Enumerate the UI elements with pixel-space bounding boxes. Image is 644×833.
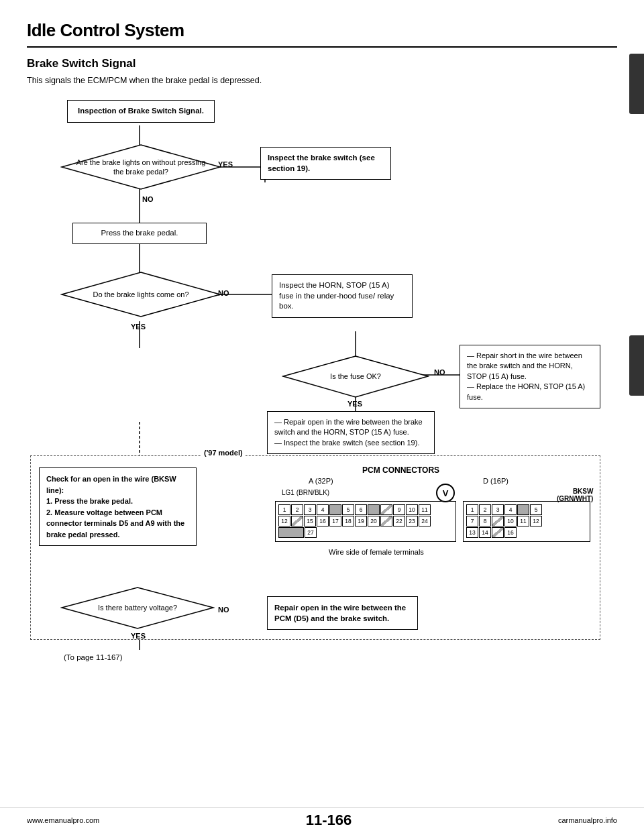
diamond-fuse-ok: Is the fuse OK? xyxy=(282,355,429,398)
lg1-label: LG1 (BRN/BLK) xyxy=(282,489,329,496)
diamond-lights-come-on: Do the brake lights come on? xyxy=(60,271,221,318)
pcm-connectors-label: PCM CONNECTORS xyxy=(362,465,439,475)
yes-label-3: YES xyxy=(347,400,362,408)
to-page-note: (To page 11-167) xyxy=(64,653,123,661)
no-label-3: NO xyxy=(434,368,445,376)
bksw-label: BKSW (GRN/WHT) xyxy=(557,488,593,502)
right-tab-1 xyxy=(629,54,644,114)
intro-text: This signals the ECM/PCM when the brake … xyxy=(27,76,617,85)
inspect-horn-fuse-box: Inspect the HORN, STOP (15 A) fuse in th… xyxy=(272,274,413,318)
page-title: Idle Control System xyxy=(27,20,617,41)
right-tab-2 xyxy=(629,335,644,396)
page-number: 11-166 xyxy=(306,812,352,829)
model97-label: ('97 model) xyxy=(201,449,246,457)
check-wire-box: Check for an open in the wire (BKSW line… xyxy=(39,467,197,546)
yes-label-4: YES xyxy=(131,632,146,640)
repair-short-box: — Repair short in the wire between the b… xyxy=(460,345,600,408)
connector-d: 1 2 3 4 5 7 8 10 11 12 1 xyxy=(463,501,590,542)
repair-open-box: — Repair open in the wire between the br… xyxy=(267,411,435,454)
carmanual-label: carmanualpro.info xyxy=(558,816,617,824)
connector-a: 1 2 3 4 5 6 9 10 11 12 15 xyxy=(275,501,456,542)
diamond-brake-lights-on: Are the brake lights on without pressing… xyxy=(60,144,221,190)
section-title: Brake Switch Signal xyxy=(27,57,617,70)
d16p-label: D (16P) xyxy=(483,477,508,485)
no-label-2: NO xyxy=(218,289,229,297)
diamond-battery-voltage: Is there battery voltage? xyxy=(60,586,215,630)
flowchart: Inspection of Brake Switch Signal. Are t… xyxy=(27,93,617,670)
no-label-1: NO xyxy=(142,195,154,203)
start-box: Inspection of Brake Switch Signal. xyxy=(67,100,215,123)
yes-label-2: YES xyxy=(131,323,146,331)
no-label-4: NO xyxy=(218,606,229,614)
inspect-brake-switch-box: Inspect the brake switch (see section 19… xyxy=(260,147,391,180)
bottom-bar: www.emanualpro.com 11-166 carmanualpro.i… xyxy=(0,807,644,833)
wire-side-label: Wire side of female terminals xyxy=(329,548,424,556)
page-container: Idle Control System Brake Switch Signal … xyxy=(0,0,644,683)
section-divider xyxy=(27,46,617,48)
website-label: www.emanualpro.com xyxy=(27,816,99,824)
press-brake-box: Press the brake pedal. xyxy=(72,223,207,244)
a32p-label: A (32P) xyxy=(309,477,333,485)
v-circle: V xyxy=(436,484,455,502)
repair-open2-box: Repair open in the wire between the PCM … xyxy=(267,596,418,630)
